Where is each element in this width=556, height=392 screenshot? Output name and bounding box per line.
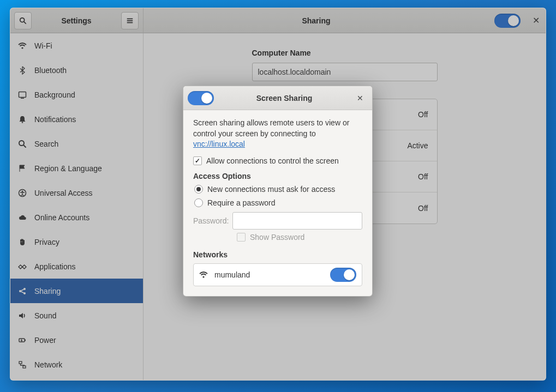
radio-password-row[interactable]: Require a password xyxy=(194,198,362,207)
radio-password[interactable] xyxy=(194,198,203,207)
network-row: mumuland xyxy=(193,263,362,286)
show-password-row: Show Password xyxy=(237,233,362,242)
password-label: Password: xyxy=(193,216,228,225)
svg-point-24 xyxy=(202,276,204,278)
radio-ask-label: New connections must ask for access xyxy=(207,185,335,194)
network-name: mumuland xyxy=(214,270,324,279)
desc-text: Screen sharing allows remote users to vi… xyxy=(193,118,349,138)
allow-control-checkbox[interactable] xyxy=(193,156,202,165)
dialog-body: Screen sharing allows remote users to vi… xyxy=(183,110,372,296)
vnc-link[interactable]: vnc://linux.local xyxy=(193,140,245,148)
screen-sharing-dialog: Screen Sharing ✕ Screen sharing allows r… xyxy=(183,86,373,297)
password-row: Password: xyxy=(193,212,362,230)
show-password-label: Show Password xyxy=(250,233,304,242)
dialog-description: Screen sharing allows remote users to vi… xyxy=(193,118,362,150)
radio-ask-row[interactable]: New connections must ask for access xyxy=(194,185,362,194)
dialog-title: Screen Sharing xyxy=(216,94,352,102)
allow-control-label: Allow connections to control the screen xyxy=(206,156,339,165)
radio-password-label: Require a password xyxy=(207,198,276,207)
show-password-checkbox xyxy=(237,233,246,242)
dialog-close-button[interactable]: ✕ xyxy=(352,91,368,106)
screen-sharing-toggle[interactable] xyxy=(188,91,214,105)
radio-ask[interactable] xyxy=(194,185,203,194)
dialog-header: Screen Sharing ✕ xyxy=(183,86,372,110)
wifi-icon xyxy=(199,270,208,279)
password-input xyxy=(232,212,362,230)
networks-label: Networks xyxy=(193,250,362,259)
close-icon: ✕ xyxy=(357,94,363,102)
allow-control-row[interactable]: Allow connections to control the screen xyxy=(193,156,362,165)
access-options-label: Access Options xyxy=(193,172,362,180)
network-toggle[interactable] xyxy=(330,268,356,282)
